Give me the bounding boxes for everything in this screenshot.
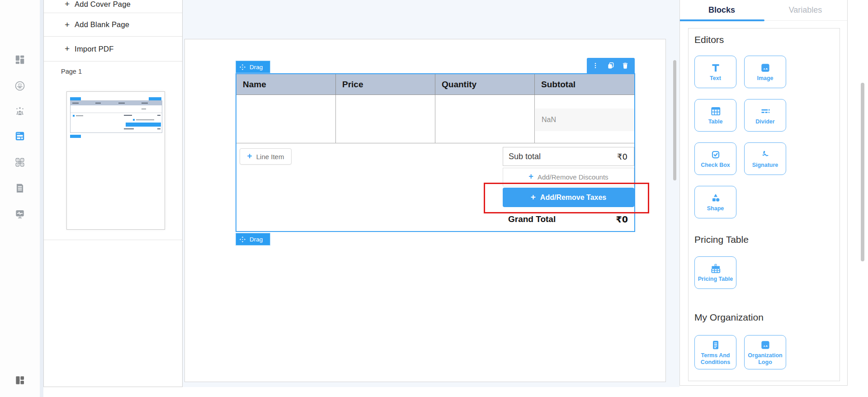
page-number-label: Page 1 [61, 68, 82, 75]
add-cover-page-label: Add Cover Page [75, 0, 131, 9]
thumb-drag-chip [70, 135, 81, 138]
document-builder-icon[interactable] [14, 130, 26, 142]
add-line-item-button[interactable]: + Line Item [240, 148, 292, 165]
plus-icon: + [65, 44, 70, 54]
terms-icon [710, 339, 722, 351]
tile-label: Divider [754, 118, 776, 125]
drag-label: Drag [250, 236, 263, 243]
pricing-table-icon: $ [710, 263, 722, 274]
column-header-subtotal[interactable]: Subtotal [535, 74, 634, 95]
text-icon [710, 62, 722, 74]
integrations-icon[interactable] [14, 156, 26, 168]
tab-blocks[interactable]: Blocks [680, 0, 764, 20]
cell-price[interactable] [336, 95, 435, 143]
column-header-name[interactable]: Name [236, 74, 336, 95]
sub-total-label: Sub total [509, 152, 541, 161]
blocks-panel: Blocks Variables Editors Text Image [679, 0, 848, 386]
my-organization-section-title: My Organization [694, 312, 834, 323]
import-pdf-label: Import PDF [75, 45, 113, 53]
panel-tabbar: Blocks Variables [680, 0, 847, 21]
add-cover-page-button[interactable]: + Add Cover Page [44, 0, 182, 13]
block-tile-signature[interactable]: Signature [744, 142, 786, 175]
plus-icon: + [65, 20, 70, 30]
image-icon [760, 62, 771, 74]
team-icon[interactable] [14, 105, 26, 117]
drag-label: Drag [250, 64, 263, 71]
workspace-layout-icon[interactable] [14, 374, 26, 386]
page-thumbnail[interactable] [66, 91, 165, 230]
plus-icon: + [65, 0, 70, 9]
plus-icon: + [531, 192, 536, 202]
move-icon [239, 236, 246, 243]
divider-icon [760, 105, 771, 117]
add-blank-page-label: Add Blank Page [75, 20, 129, 29]
subtotal-nan-value: NaN [535, 109, 634, 131]
block-tile-shape[interactable]: Shape [694, 186, 736, 218]
canvas-scrollbar-thumb[interactable] [673, 60, 676, 180]
grand-total-row: Grand Total ₹0 [503, 208, 634, 230]
dashboard-icon[interactable] [14, 54, 26, 66]
add-blank-page-button[interactable]: + Add Blank Page [44, 13, 182, 37]
shape-icon [710, 192, 722, 204]
move-icon [239, 64, 246, 71]
thumb-table [70, 100, 162, 133]
block-tile-table[interactable]: Table [694, 99, 736, 132]
pricing-tile-grid: $ Pricing Table [694, 256, 834, 289]
kebab-menu-icon[interactable] [592, 61, 601, 70]
tile-label: Image [755, 75, 775, 81]
add-remove-discounts-button[interactable]: + Add/Remove Discounts [503, 168, 634, 186]
block-tile-organization-logo[interactable]: Organization Logo [744, 335, 786, 369]
tile-label: Check Box [699, 162, 732, 168]
organization-logo-icon [760, 339, 771, 351]
window-scrollbar-thumb[interactable] [861, 83, 864, 261]
block-drag-handle-bottom[interactable]: Drag [236, 233, 270, 246]
table-icon [710, 105, 722, 117]
tile-label: Signature [750, 162, 780, 168]
tile-label: Text [708, 75, 723, 81]
block-toolbar [587, 58, 635, 73]
block-tile-text[interactable]: Text [694, 56, 736, 88]
sub-total-value: ₹0 [617, 152, 627, 161]
plus-icon: + [247, 151, 252, 161]
column-header-price[interactable]: Price [336, 74, 435, 95]
sub-total-row: Sub total ₹0 [503, 147, 634, 166]
plus-icon: + [528, 172, 533, 181]
checkbox-icon [710, 149, 722, 161]
panel-divider [44, 240, 182, 240]
add-remove-taxes-button[interactable]: + Add/Remove Taxes [503, 188, 634, 207]
copy-icon[interactable] [606, 61, 615, 70]
import-pdf-button[interactable]: + Import PDF [44, 37, 182, 61]
trash-icon[interactable] [621, 61, 630, 70]
grand-total-label: Grand Total [508, 214, 556, 224]
block-tile-terms-and-conditions[interactable]: Terms And Conditions [694, 335, 736, 369]
tile-label: Shape [705, 205, 726, 212]
taxes-label: Add/Remove Taxes [540, 194, 606, 202]
block-tile-divider[interactable]: Divider [744, 99, 786, 132]
panel-gap [40, 0, 43, 397]
tile-label: Terms And Conditions [695, 352, 736, 365]
tile-label: Table [707, 118, 725, 125]
pricing-table-section-title: Pricing Table [694, 234, 834, 246]
cell-name[interactable] [236, 95, 336, 143]
line-item-label: Line Item [256, 153, 284, 161]
nav-rail [0, 0, 40, 397]
cell-quantity[interactable] [435, 95, 535, 143]
forms-icon[interactable] [14, 182, 26, 194]
thumb-toolbar [149, 97, 161, 100]
column-header-quantity[interactable]: Quantity [435, 74, 535, 95]
handshake-deals-icon[interactable] [14, 80, 26, 92]
activity-monitor-icon[interactable] [14, 208, 26, 220]
block-tile-pricing-table[interactable]: $ Pricing Table [694, 256, 736, 289]
thumb-drag-chip [70, 97, 81, 100]
blocks-container: Editors Text Image Table [688, 28, 840, 381]
block-drag-handle-top[interactable]: Drag [236, 61, 270, 73]
active-tab-indicator [680, 19, 764, 21]
discounts-label: Add/Remove Discounts [538, 173, 609, 181]
tab-variables[interactable]: Variables [764, 0, 847, 20]
block-tile-image[interactable]: Image [744, 56, 786, 88]
organization-tile-grid: Terms And Conditions Organization Logo [694, 335, 834, 369]
block-tile-checkbox[interactable]: Check Box [694, 142, 736, 175]
grand-total-value: ₹0 [616, 214, 628, 224]
app-window: + Add Cover Page + Add Blank Page + Impo… [0, 0, 868, 397]
tile-label: Organization Logo [745, 352, 786, 365]
